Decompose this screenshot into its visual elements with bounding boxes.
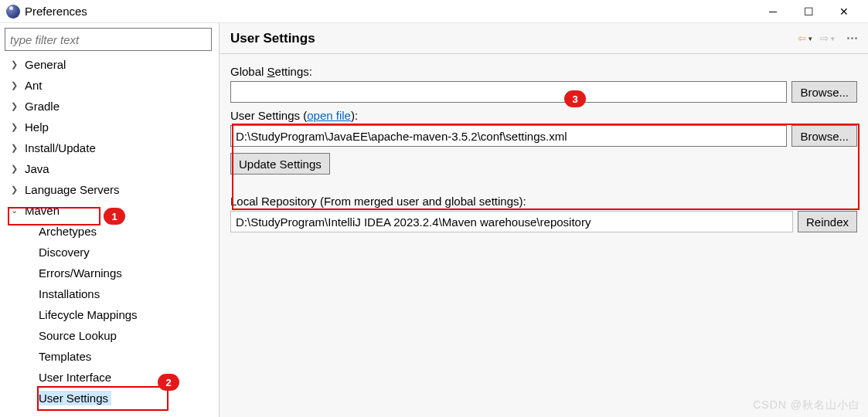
chevron-right-icon: ❯ xyxy=(6,101,22,111)
tree-item-lifecycle-mappings[interactable]: Lifecycle Mappings xyxy=(6,304,214,325)
reindex-button[interactable]: Reindex xyxy=(798,211,857,232)
tree-item-source-lookup[interactable]: Source Lookup xyxy=(6,325,214,346)
browse-user-button[interactable]: Browse... xyxy=(791,125,857,147)
chevron-right-icon: ❯ xyxy=(6,80,22,90)
tree-item-gradle[interactable]: ❯Gradle xyxy=(6,96,214,117)
back-arrow-icon[interactable]: ⇦ xyxy=(798,33,806,43)
chevron-right-icon: ❯ xyxy=(6,164,22,174)
tree-item-templates[interactable]: Templates xyxy=(6,346,214,367)
kebab-menu-icon[interactable] xyxy=(847,37,857,39)
tree-item-archetypes[interactable]: Archetypes xyxy=(6,221,214,242)
content-panel: User Settings ⇦ ▾ ⇨ ▾ Global Settings: B… xyxy=(220,23,868,417)
tree-item-java[interactable]: ❯Java xyxy=(6,158,214,179)
dropdown-icon[interactable]: ▾ xyxy=(808,35,812,42)
chevron-right-icon: ❯ xyxy=(6,59,22,70)
content-body: Global Settings: Browse... User Settings… xyxy=(220,57,868,246)
tree-item-discovery[interactable]: Discovery xyxy=(6,242,214,263)
tree-item-ant[interactable]: ❯Ant xyxy=(6,75,214,96)
tree-item-language-servers[interactable]: ❯Language Servers xyxy=(6,179,214,200)
user-settings-label: User Settings (open file): xyxy=(230,109,857,122)
tree-item-help[interactable]: ❯Help xyxy=(6,117,214,137)
chevron-right-icon: ❯ xyxy=(6,185,22,195)
open-file-link[interactable]: open file xyxy=(307,109,351,122)
content-header: User Settings ⇦ ▾ ⇨ ▾ xyxy=(220,23,868,54)
preferences-tree: ❯General ❯Ant ❯Gradle ❯Help ❯Install/Upd… xyxy=(5,54,214,409)
main-area: ❯General ❯Ant ❯Gradle ❯Help ❯Install/Upd… xyxy=(0,23,868,417)
browse-global-button[interactable]: Browse... xyxy=(791,81,857,103)
user-settings-input[interactable] xyxy=(230,125,787,147)
sidebar: ❯General ❯Ant ❯Gradle ❯Help ❯Install/Upd… xyxy=(0,23,220,417)
minimize-button[interactable]: ─ xyxy=(755,0,791,23)
tree-item-install-update[interactable]: ❯Install/Update xyxy=(6,137,214,158)
window-controls: ─ ☐ ✕ xyxy=(755,0,862,23)
local-repo-label: Local Repository (From merged user and g… xyxy=(230,195,857,208)
eclipse-icon xyxy=(6,5,20,19)
page-title: User Settings xyxy=(230,31,315,46)
tree-item-user-settings[interactable]: User Settings xyxy=(6,388,214,409)
chevron-right-icon: ❯ xyxy=(6,122,22,132)
chevron-right-icon: ❯ xyxy=(6,143,22,153)
tree-item-general[interactable]: ❯General xyxy=(6,54,214,75)
dropdown-icon[interactable]: ▾ xyxy=(831,35,835,42)
titlebar: Preferences ─ ☐ ✕ xyxy=(0,0,868,23)
forward-arrow-icon[interactable]: ⇨ xyxy=(820,33,829,43)
global-settings-label: Global Settings: xyxy=(230,65,857,78)
watermark: CSDN @秋名山小白 xyxy=(753,398,860,412)
header-toolbar: ⇦ ▾ ⇨ ▾ xyxy=(798,33,857,43)
window-title: Preferences xyxy=(25,5,87,18)
tree-item-user-interface[interactable]: User Interface xyxy=(6,367,214,388)
tree-item-maven[interactable]: ⌄Maven xyxy=(6,200,214,221)
filter-input[interactable] xyxy=(5,28,212,51)
update-settings-button[interactable]: Update Settings xyxy=(230,153,330,175)
tree-item-errors-warnings[interactable]: Errors/Warnings xyxy=(6,263,214,283)
close-button[interactable]: ✕ xyxy=(826,0,862,23)
maximize-button[interactable]: ☐ xyxy=(791,0,826,23)
global-settings-input[interactable] xyxy=(230,81,787,103)
chevron-down-icon: ⌄ xyxy=(6,205,22,215)
tree-item-installations[interactable]: Installations xyxy=(6,283,214,304)
local-repo-input xyxy=(230,211,793,232)
